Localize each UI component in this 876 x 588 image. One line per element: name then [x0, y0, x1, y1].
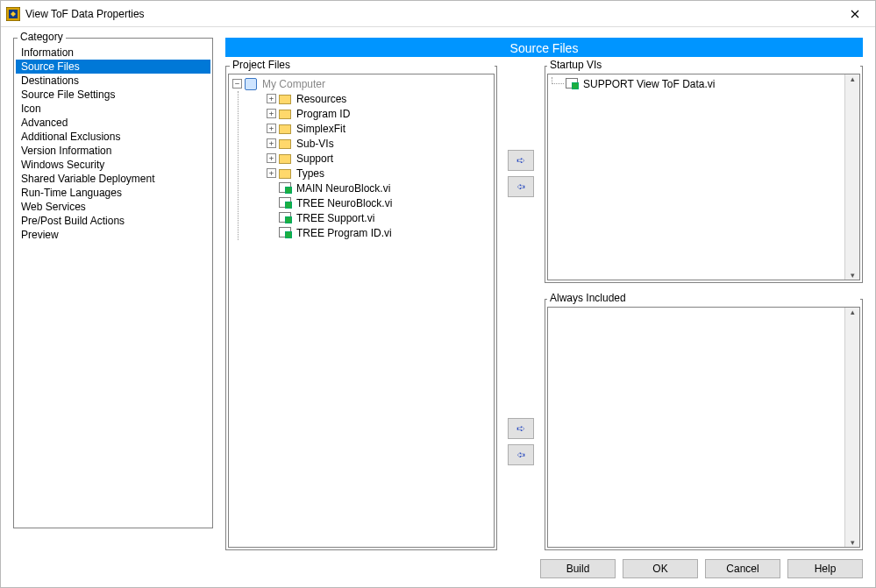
right-column: Source Files Project Files − My Computer	[225, 38, 863, 550]
add-to-startup-button[interactable]: ➪	[508, 150, 534, 171]
window-title: View ToF Data Properties	[25, 8, 835, 20]
always-included-list[interactable]	[547, 307, 860, 548]
tree-folder-program-id[interactable]: +Program ID	[267, 106, 494, 121]
startup-groupbox: Startup VIs SUPPORT View ToF Data.vi	[545, 66, 863, 283]
cancel-button[interactable]: Cancel	[705, 559, 780, 578]
category-item-advanced[interactable]: Advanced	[16, 116, 210, 130]
folder-icon	[279, 167, 293, 180]
ok-button[interactable]: OK	[623, 559, 698, 578]
category-label: Category	[18, 31, 66, 43]
folder-icon	[279, 108, 293, 120]
category-item-icon[interactable]: Icon	[16, 102, 210, 116]
close-button[interactable]	[835, 1, 875, 27]
folder-icon	[279, 123, 293, 135]
dialog-buttons: Build OK Cancel Help	[13, 559, 863, 578]
category-item-information[interactable]: Information	[16, 46, 210, 60]
category-list[interactable]: InformationSource FilesDestinationsSourc…	[16, 46, 210, 515]
expand-icon[interactable]: +	[267, 168, 276, 178]
folder-icon	[279, 152, 293, 165]
category-column: Category InformationSource FilesDestinat…	[13, 38, 213, 550]
transfer-buttons-column: ➪ ➪ ➪ ➪	[504, 66, 538, 550]
startup-list[interactable]: SUPPORT View ToF Data.vi	[547, 74, 860, 280]
category-item-destinations[interactable]: Destinations	[16, 74, 210, 88]
category-groupbox: Category InformationSource FilesDestinat…	[13, 38, 213, 528]
expand-icon[interactable]: +	[267, 124, 276, 133]
arrow-left-icon: ➪	[516, 181, 525, 193]
titlebar: View ToF Data Properties	[1, 1, 875, 27]
folder-icon	[279, 93, 293, 105]
tree-root-label: My Computer	[262, 78, 325, 90]
category-item-version-information[interactable]: Version Information	[16, 144, 210, 158]
expand-icon[interactable]: +	[267, 109, 276, 118]
collapse-icon[interactable]: −	[232, 79, 242, 89]
expand-icon[interactable]: +	[267, 94, 276, 103]
page-banner: Source Files	[225, 38, 863, 57]
tree-folder-sub-vis[interactable]: +Sub-VIs	[267, 136, 494, 151]
vi-icon	[279, 182, 293, 195]
tree-folder-support[interactable]: +Support	[267, 151, 494, 166]
category-item-windows-security[interactable]: Windows Security	[16, 158, 210, 172]
expand-icon[interactable]: +	[267, 153, 276, 163]
project-files-label: Project Files	[230, 59, 495, 71]
tree-folder-simplexfit[interactable]: +SimplexFit	[267, 121, 494, 136]
project-files-tree[interactable]: − My Computer +Resources+Program ID+Simp…	[228, 74, 495, 548]
project-files-groupbox: Project Files − My Computer +Resources+P…	[225, 66, 497, 550]
category-item-preview[interactable]: Preview	[16, 228, 210, 242]
category-item-source-file-settings[interactable]: Source File Settings	[16, 88, 210, 102]
category-item-pre-post-build-actions[interactable]: Pre/Post Build Actions	[16, 214, 210, 228]
vi-icon	[279, 212, 293, 224]
tree-folder-resources[interactable]: +Resources	[267, 91, 494, 106]
arrow-right-icon: ➪	[516, 422, 525, 435]
tree-vi-main-neuroblock-vi[interactable]: MAIN NeuroBlock.vi	[267, 181, 494, 195]
category-item-run-time-languages[interactable]: Run-Time Languages	[16, 186, 210, 200]
startup-scrollbar[interactable]	[844, 74, 859, 280]
always-included-label: Always Included	[547, 292, 860, 304]
startup-label: Startup VIs	[547, 59, 860, 71]
vi-icon	[279, 227, 293, 239]
category-item-shared-variable-deployment[interactable]: Shared Variable Deployment	[16, 172, 210, 186]
arrow-left-icon: ➪	[516, 449, 525, 461]
expand-icon[interactable]: +	[267, 138, 276, 148]
remove-from-startup-button[interactable]: ➪	[508, 176, 534, 197]
startup-item[interactable]: SUPPORT View ToF Data.vi	[552, 76, 841, 91]
category-item-source-files[interactable]: Source Files	[16, 60, 210, 74]
build-button[interactable]: Build	[540, 559, 616, 578]
dialog-body: Category InformationSource FilesDestinat…	[1, 27, 875, 587]
vi-icon	[279, 197, 293, 209]
vi-icon	[566, 78, 580, 90]
main-row: Category InformationSource FilesDestinat…	[13, 38, 863, 550]
project-files-column: Project Files − My Computer +Resources+P…	[225, 66, 497, 550]
app-icon	[6, 7, 20, 21]
always-included-groupbox: Always Included	[545, 299, 863, 550]
add-to-always-button[interactable]: ➪	[508, 418, 534, 439]
remove-from-always-button[interactable]: ➪	[508, 444, 534, 465]
arrow-right-icon: ➪	[516, 154, 525, 166]
tree-folder-types[interactable]: +Types	[267, 166, 494, 181]
tree-vi-tree-neuroblock-vi[interactable]: TREE NeuroBlock.vi	[267, 195, 494, 210]
include-lists-column: Startup VIs SUPPORT View ToF Data.vi Alw…	[545, 66, 863, 550]
content-row: Project Files − My Computer +Resources+P…	[225, 66, 863, 550]
computer-icon	[245, 78, 259, 90]
help-button[interactable]: Help	[787, 559, 863, 578]
tree-vi-tree-support-vi[interactable]: TREE Support.vi	[267, 210, 494, 225]
folder-icon	[279, 138, 293, 150]
tree-vi-tree-program-id-vi[interactable]: TREE Program ID.vi	[267, 225, 494, 240]
tree-root-node[interactable]: − My Computer	[232, 76, 494, 91]
category-item-additional-exclusions[interactable]: Additional Exclusions	[16, 130, 210, 144]
always-scrollbar[interactable]	[844, 308, 859, 547]
category-item-web-services[interactable]: Web Services	[16, 200, 210, 214]
